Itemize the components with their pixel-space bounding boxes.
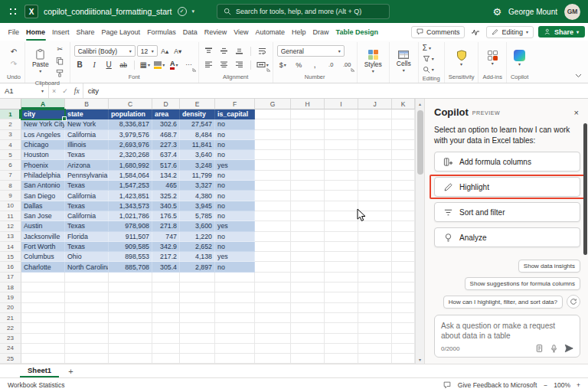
cell-B22[interactable] — [65, 323, 109, 333]
strikethrough-button[interactable]: ab — [118, 59, 129, 70]
cell-A12[interactable]: Austin — [21, 221, 65, 231]
number-format-select[interactable]: General ▾ — [277, 45, 345, 57]
cell-E19[interactable] — [180, 292, 215, 302]
cell-J1[interactable] — [358, 109, 392, 119]
cell-C8[interactable]: 1,547,253 — [109, 181, 152, 191]
cell-F5[interactable]: no — [215, 150, 255, 160]
copilot-option-add-formula-columns[interactable]: Add formula columns — [434, 152, 580, 172]
grow-font-button[interactable]: A▴ — [159, 45, 171, 57]
cell-G5[interactable] — [255, 150, 291, 160]
row-header-15[interactable]: 15 — [0, 252, 21, 262]
formula-bar-content[interactable]: city — [88, 87, 99, 95]
cell-G6[interactable] — [255, 160, 291, 170]
cell-F11[interactable]: no — [215, 211, 255, 221]
cell-G4[interactable] — [255, 140, 291, 150]
cell-E22[interactable] — [180, 323, 215, 333]
cell-B25[interactable] — [65, 354, 109, 364]
user-avatar[interactable]: GM — [564, 4, 580, 20]
cell-F3[interactable]: no — [215, 130, 255, 140]
cell-H5[interactable] — [291, 150, 325, 160]
cell-E3[interactable]: 8,484 — [180, 130, 215, 140]
fill-color-button[interactable]: ▾ — [154, 59, 165, 70]
cell-A19[interactable] — [21, 292, 65, 302]
cell-B13[interactable]: Florida — [65, 232, 109, 242]
cell-J17[interactable] — [358, 273, 392, 283]
format-painter-button[interactable] — [54, 67, 66, 79]
cell-G23[interactable] — [255, 334, 291, 344]
row-header-5[interactable]: 5 — [0, 150, 21, 160]
cell-I12[interactable] — [325, 221, 358, 231]
cell-K7[interactable] — [392, 171, 415, 181]
cell-D24[interactable] — [152, 344, 180, 354]
cell-F9[interactable]: no — [215, 191, 255, 201]
cell-J20[interactable] — [358, 303, 392, 313]
cell-F18[interactable] — [215, 283, 255, 292]
cell-D18[interactable] — [152, 283, 180, 292]
cell-H10[interactable] — [291, 201, 325, 211]
cell-D25[interactable] — [152, 354, 180, 364]
cell-C16[interactable]: 885,708 — [109, 262, 152, 272]
font-name-select[interactable]: Calibri (Body) ▾ — [74, 45, 136, 57]
row-header-12[interactable]: 12 — [0, 221, 21, 231]
column-header-J[interactable]: J — [358, 99, 392, 109]
cell-B11[interactable]: California — [65, 211, 109, 221]
currency-format-button[interactable]: $▾ — [277, 59, 289, 70]
cell-G3[interactable] — [255, 130, 291, 140]
borders-button[interactable]: ▦▾ — [139, 59, 151, 70]
cell-F12[interactable]: yes — [215, 221, 255, 231]
cell-I6[interactable] — [325, 160, 358, 170]
row-header-8[interactable]: 8 — [0, 181, 21, 191]
wrap-text-button[interactable] — [256, 45, 268, 57]
cell-A17[interactable] — [21, 273, 65, 283]
cell-E24[interactable] — [180, 344, 215, 354]
cell-I23[interactable] — [325, 334, 358, 344]
panel-scrollbar-thumb[interactable] — [583, 123, 587, 255]
cell-F22[interactable] — [215, 323, 255, 333]
cell-E2[interactable]: 27,547 — [180, 119, 215, 129]
tab-automate[interactable]: Automate — [252, 23, 289, 41]
cell-B16[interactable]: North Carolina — [65, 262, 109, 272]
cell-K9[interactable] — [392, 191, 415, 201]
cell-K19[interactable] — [392, 292, 415, 302]
title-chevron-down-icon[interactable]: ▾ — [192, 8, 195, 15]
cell-G10[interactable] — [255, 201, 291, 211]
row-header-19[interactable]: 19 — [0, 292, 21, 302]
cell-B9[interactable]: California — [65, 191, 109, 201]
cell-G9[interactable] — [255, 191, 291, 201]
cell-D10[interactable]: 340.5 — [152, 201, 180, 211]
comments-button[interactable]: Comments — [411, 26, 466, 38]
cell-B20[interactable] — [65, 303, 109, 313]
cell-A25[interactable] — [21, 354, 65, 364]
cell-A18[interactable] — [21, 283, 65, 292]
cell-K10[interactable] — [392, 201, 415, 211]
scroll-down-arrow-icon[interactable]: ▾ — [419, 354, 421, 364]
cell-H4[interactable] — [291, 140, 325, 150]
cell-D1[interactable]: area — [152, 109, 180, 119]
tab-help[interactable]: Help — [289, 23, 310, 41]
cell-C25[interactable] — [109, 354, 152, 364]
cell-B17[interactable] — [65, 273, 109, 283]
cell-H24[interactable] — [291, 344, 325, 354]
feedback-link[interactable]: Give Feedback to Microsoft — [458, 381, 537, 389]
cell-J21[interactable] — [358, 313, 392, 323]
cell-A16[interactable]: Charlotte — [21, 262, 65, 272]
cell-D15[interactable]: 217.2 — [152, 252, 180, 262]
cell-B24[interactable] — [65, 344, 109, 354]
cell-J9[interactable] — [358, 191, 392, 201]
cell-H13[interactable] — [291, 232, 325, 242]
cell-C3[interactable]: 3,979,576 — [109, 130, 152, 140]
tab-formulas[interactable]: Formulas — [144, 23, 180, 41]
cell-J6[interactable] — [358, 160, 392, 170]
cell-B23[interactable] — [65, 334, 109, 344]
cell-C5[interactable]: 2,320,268 — [109, 150, 152, 160]
cell-K22[interactable] — [392, 323, 415, 333]
cell-K21[interactable] — [392, 313, 415, 323]
shrink-font-button[interactable]: A▾ — [172, 45, 184, 57]
column-header-I[interactable]: I — [325, 99, 358, 109]
tab-draw[interactable]: Draw — [309, 23, 332, 41]
cell-K6[interactable] — [392, 160, 415, 170]
cell-D12[interactable]: 271.8 — [152, 221, 180, 231]
row-header-3[interactable]: 3 — [0, 130, 21, 140]
cell-B15[interactable]: Ohio — [65, 252, 109, 262]
cell-F24[interactable] — [215, 344, 255, 354]
